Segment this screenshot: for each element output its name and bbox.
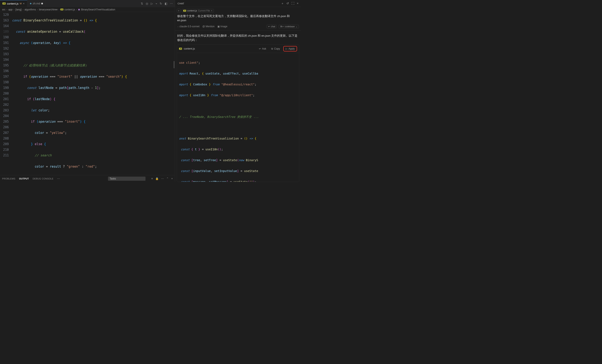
run-icon[interactable]: ▷ xyxy=(151,2,153,5)
tab-modified-indicator: M xyxy=(20,2,22,5)
ask-button[interactable]: ↩ Ask xyxy=(257,47,268,51)
context-chip-row: ＋ JS content.js Current File × xyxy=(175,9,301,14)
tab-zh-md[interactable]: ◆ zh.md xyxy=(27,0,46,7)
breadcrumb-part[interactable]: app xyxy=(8,8,12,11)
code-block-header: JS content.js ↩ Ask ⧉ Copy ▷ Apply xyxy=(177,45,299,53)
editor-toolbar: ⇅ ◎ ▷ ⌁ ↻ ◧ ⋯ xyxy=(139,2,175,5)
debug-icon[interactable]: ⌁ xyxy=(155,2,157,5)
breadcrumb-part[interactable]: algorithms xyxy=(24,8,36,11)
chat-body: ＋ JS content.js Current File × 修改整个文件，在之… xyxy=(175,7,301,182)
close-panel-icon[interactable]: × xyxy=(171,177,173,180)
javascript-icon: JS xyxy=(2,2,6,5)
keyboard-icon: ⌘↩ xyxy=(280,25,284,28)
play-icon: ▷ xyxy=(286,47,288,50)
model-name: claude-3.5-sonnet xyxy=(180,25,199,28)
chip-remove-icon[interactable]: × xyxy=(211,9,212,12)
user-message: 修改整个文件，在之前写死文案地方，支持翻译国际化。最后再修改翻译文件 zh.js… xyxy=(175,14,301,24)
breadcrumb-file[interactable]: content.js xyxy=(64,8,75,11)
chat-header: CHAT ＋ ↺ ⛶ × xyxy=(175,0,301,7)
markdown-icon: ◆ xyxy=(30,2,32,5)
chip-filename: content.js xyxy=(187,9,197,12)
more-tabs-icon[interactable]: ⋯ xyxy=(57,177,60,180)
chat-mode-chip[interactable]: ↩ chat xyxy=(267,25,277,28)
return-icon: ↩ xyxy=(268,25,270,28)
split-editor-icon[interactable]: ◧ xyxy=(165,2,167,5)
model-tool-row: ⌄ claude-3.5-sonnet @ Mention ▣ Image ↩ … xyxy=(175,24,301,31)
code-block-content[interactable]: use client"; mport React, { useState, us… xyxy=(177,53,299,182)
context-file-chip[interactable]: JS content.js Current File × xyxy=(182,9,214,12)
chat-header-actions: ＋ ↺ ⛶ × xyxy=(281,2,299,5)
tab-dirty-indicator xyxy=(41,3,43,4)
tab-label: zh.md xyxy=(33,2,40,5)
copy-icon: ⧉ xyxy=(271,47,273,50)
rerun-icon[interactable]: ↻ xyxy=(160,2,162,5)
tab-output[interactable]: OUTPUT xyxy=(19,177,29,180)
codebase-mode-chip[interactable]: ⌘↩ codebase ⌄ xyxy=(279,25,299,28)
apply-button[interactable]: ▷ Apply xyxy=(284,47,296,51)
chevron-down-icon: ⌄ xyxy=(296,25,297,28)
code-content[interactable]: const BinarySearchTreeVisualization = ()… xyxy=(12,12,175,175)
tab-debug-console[interactable]: DEBUG CONSOLE xyxy=(33,177,54,180)
expand-icon[interactable]: ⛶ xyxy=(291,2,294,5)
history-icon[interactable]: ↺ xyxy=(286,2,289,5)
chat-title: CHAT xyxy=(178,2,184,5)
lock-icon[interactable]: 🔒 xyxy=(155,177,159,180)
breadcrumb-part[interactable]: binarysearchtree xyxy=(39,8,57,11)
mention-button[interactable]: @ Mention xyxy=(202,25,215,28)
more-icon[interactable]: ⋯ xyxy=(170,2,173,5)
breadcrumb[interactable]: src› app› [lang]› algorithms› binarysear… xyxy=(0,7,175,12)
filter-icon[interactable]: ≡ xyxy=(151,177,153,180)
chevron-down-icon: ⌄ xyxy=(177,25,179,28)
assistant-message: 好的，我会修改文件以支持国际化翻译，并提供相应的 zh.json 和 en.js… xyxy=(175,31,301,45)
close-chat-icon[interactable]: × xyxy=(297,2,299,5)
apply-button-highlight: ▷ Apply xyxy=(283,46,297,52)
chip-suffix: Current File xyxy=(198,9,210,12)
image-button[interactable]: ▣ Image xyxy=(217,25,227,28)
code-block: JS content.js ↩ Ask ⧉ Copy ▷ Apply xyxy=(177,45,299,182)
javascript-icon: JS xyxy=(60,9,63,10)
model-selector[interactable]: ⌄ claude-3.5-sonnet xyxy=(177,25,199,28)
reply-icon: ↩ xyxy=(259,47,261,50)
chevron-up-icon[interactable]: ⌃ xyxy=(166,177,169,180)
minimap-scrollbar[interactable] xyxy=(174,61,174,68)
tab-close-button[interactable]: × xyxy=(23,2,25,5)
copy-button[interactable]: ⧉ Copy xyxy=(269,47,282,51)
chat-panel: CHAT ＋ ↺ ⛶ × ＋ JS content.js Current Fil… xyxy=(175,0,301,182)
breadcrumb-part[interactable]: [lang] xyxy=(15,8,22,11)
tab-label: content.js xyxy=(7,2,19,5)
symbol-icon: ▣ xyxy=(78,8,80,11)
more-icon[interactable]: ⋯ xyxy=(161,177,164,180)
breadcrumb-symbol[interactable]: BinarySearchTreeVisualization xyxy=(81,8,115,11)
code-editor[interactable]: 129163164 189190191 192193194 195196197 … xyxy=(0,12,175,175)
javascript-icon: JS xyxy=(179,48,182,50)
javascript-icon: JS xyxy=(183,10,186,12)
bottom-panel-actions: ≡ 🔒 ⋯ ⌃ × xyxy=(151,177,173,180)
bottom-panel: PROBLEMS OUTPUT DEBUG CONSOLE ⋯ Tasks ≡ … xyxy=(0,175,175,182)
tab-problems[interactable]: PROBLEMS xyxy=(2,177,15,180)
git-compare-icon[interactable]: ⇅ xyxy=(141,2,143,5)
line-gutter: 129163164 189190191 192193194 195196197 … xyxy=(0,12,12,175)
add-context-button[interactable]: ＋ xyxy=(177,9,181,12)
code-block-filename: content.js xyxy=(184,47,195,50)
tasks-select[interactable]: Tasks xyxy=(108,177,146,181)
new-chat-icon[interactable]: ＋ xyxy=(281,2,284,5)
editor-tabs: JS content.js M × ◆ zh.md ⇅ ◎ ▷ ⌁ ↻ ◧ ⋯ xyxy=(0,0,175,7)
commit-ring-icon[interactable]: ◎ xyxy=(146,2,148,5)
breadcrumb-part[interactable]: src xyxy=(2,8,5,11)
image-icon: ▣ xyxy=(217,25,220,28)
editor-panel: JS content.js M × ◆ zh.md ⇅ ◎ ▷ ⌁ ↻ ◧ ⋯ … xyxy=(0,0,175,182)
tab-content-js[interactable]: JS content.js M × xyxy=(0,0,27,7)
